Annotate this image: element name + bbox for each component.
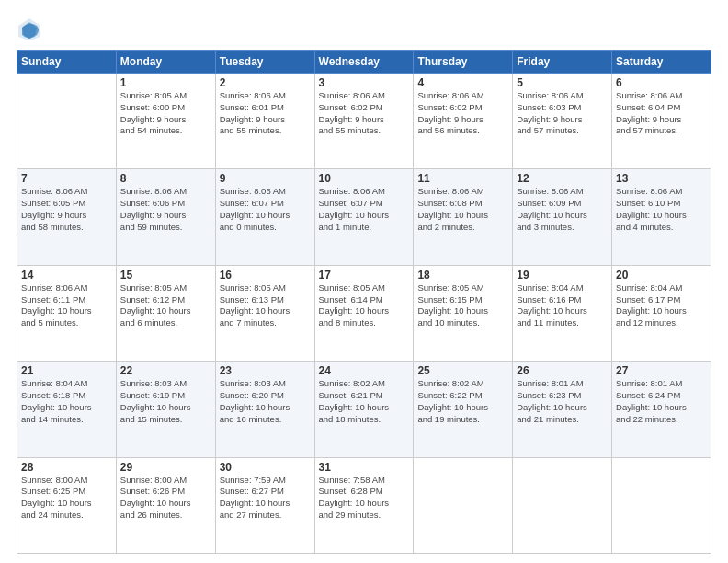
calendar-cell: 26Sunrise: 8:01 AM Sunset: 6:23 PM Dayli… [513,362,612,457]
day-info: Sunrise: 8:06 AM Sunset: 6:07 PM Dayligh… [220,186,311,233]
day-info: Sunrise: 8:03 AM Sunset: 6:19 PM Dayligh… [120,378,211,425]
calendar-cell: 15Sunrise: 8:05 AM Sunset: 6:12 PM Dayli… [116,265,215,361]
calendar-cell: 20Sunrise: 8:04 AM Sunset: 6:17 PM Dayli… [612,265,711,361]
weekday-saturday: Saturday [612,51,711,74]
calendar-cell: 14Sunrise: 8:06 AM Sunset: 6:11 PM Dayli… [17,265,117,361]
day-number: 18 [417,269,508,282]
calendar-cell: 2Sunrise: 8:06 AM Sunset: 6:01 PM Daylig… [215,74,314,169]
calendar-cell: 8Sunrise: 8:06 AM Sunset: 6:06 PM Daylig… [116,169,215,265]
day-number: 27 [616,364,707,377]
calendar-cell: 30Sunrise: 7:59 AM Sunset: 6:27 PM Dayli… [215,457,314,553]
day-number: 30 [220,461,311,474]
day-info: Sunrise: 8:01 AM Sunset: 6:24 PM Dayligh… [616,378,707,425]
calendar-cell: 4Sunrise: 8:06 AM Sunset: 6:02 PM Daylig… [414,74,513,169]
week-row-3: 14Sunrise: 8:06 AM Sunset: 6:11 PM Dayli… [17,265,711,361]
calendar-cell: 22Sunrise: 8:03 AM Sunset: 6:19 PM Dayli… [116,362,215,457]
calendar-cell: 6Sunrise: 8:06 AM Sunset: 6:04 PM Daylig… [612,74,711,169]
calendar-cell: 18Sunrise: 8:05 AM Sunset: 6:15 PM Dayli… [414,265,513,361]
calendar-cell: 10Sunrise: 8:06 AM Sunset: 6:07 PM Dayli… [314,169,414,265]
weekday-wednesday: Wednesday [314,51,414,74]
day-number: 19 [517,269,608,282]
day-number: 24 [319,364,410,377]
day-info: Sunrise: 8:04 AM Sunset: 6:17 PM Dayligh… [616,282,707,329]
day-info: Sunrise: 8:06 AM Sunset: 6:01 PM Dayligh… [220,90,311,137]
day-info: Sunrise: 8:04 AM Sunset: 6:18 PM Dayligh… [21,378,112,425]
week-row-4: 21Sunrise: 8:04 AM Sunset: 6:18 PM Dayli… [17,362,711,457]
calendar-cell: 31Sunrise: 7:58 AM Sunset: 6:28 PM Dayli… [314,457,414,553]
weekday-monday: Monday [116,51,215,74]
day-info: Sunrise: 8:06 AM Sunset: 6:07 PM Dayligh… [319,186,410,233]
calendar-cell [513,457,612,553]
day-info: Sunrise: 8:06 AM Sunset: 6:04 PM Dayligh… [616,90,707,137]
calendar-cell: 21Sunrise: 8:04 AM Sunset: 6:18 PM Dayli… [17,362,117,457]
day-number: 21 [21,364,112,377]
day-number: 29 [120,461,211,474]
calendar: SundayMondayTuesdayWednesdayThursdayFrid… [17,50,711,554]
calendar-cell: 17Sunrise: 8:05 AM Sunset: 6:14 PM Dayli… [314,265,414,361]
day-number: 11 [417,172,508,185]
weekday-header-row: SundayMondayTuesdayWednesdayThursdayFrid… [17,51,711,74]
weekday-thursday: Thursday [414,51,513,74]
day-info: Sunrise: 8:05 AM Sunset: 6:15 PM Dayligh… [417,282,508,329]
day-info: Sunrise: 8:06 AM Sunset: 6:11 PM Dayligh… [21,282,112,329]
day-number: 2 [220,76,311,89]
day-number: 31 [319,461,410,474]
day-number: 17 [319,269,410,282]
day-info: Sunrise: 8:04 AM Sunset: 6:16 PM Dayligh… [517,282,608,329]
day-info: Sunrise: 8:06 AM Sunset: 6:02 PM Dayligh… [417,90,508,137]
day-number: 6 [616,76,707,89]
week-row-2: 7Sunrise: 8:06 AM Sunset: 6:05 PM Daylig… [17,169,711,265]
calendar-cell: 11Sunrise: 8:06 AM Sunset: 6:08 PM Dayli… [414,169,513,265]
day-info: Sunrise: 8:06 AM Sunset: 6:09 PM Dayligh… [517,186,608,233]
calendar-cell: 5Sunrise: 8:06 AM Sunset: 6:03 PM Daylig… [513,74,612,169]
day-number: 28 [21,461,112,474]
day-info: Sunrise: 8:05 AM Sunset: 6:00 PM Dayligh… [120,90,211,137]
day-info: Sunrise: 8:01 AM Sunset: 6:23 PM Dayligh… [517,378,608,425]
calendar-cell [17,74,117,169]
day-number: 5 [517,76,608,89]
day-info: Sunrise: 8:05 AM Sunset: 6:12 PM Dayligh… [120,282,211,329]
day-info: Sunrise: 8:00 AM Sunset: 6:26 PM Dayligh… [120,475,211,522]
calendar-cell: 27Sunrise: 8:01 AM Sunset: 6:24 PM Dayli… [612,362,711,457]
weekday-sunday: Sunday [17,51,117,74]
day-info: Sunrise: 8:02 AM Sunset: 6:21 PM Dayligh… [319,378,410,425]
day-number: 8 [120,172,211,185]
day-info: Sunrise: 8:06 AM Sunset: 6:05 PM Dayligh… [21,186,112,233]
day-number: 1 [120,76,211,89]
day-info: Sunrise: 8:05 AM Sunset: 6:14 PM Dayligh… [319,282,410,329]
day-info: Sunrise: 8:06 AM Sunset: 6:06 PM Dayligh… [120,186,211,233]
day-number: 3 [319,76,410,89]
day-number: 16 [220,269,311,282]
calendar-cell: 29Sunrise: 8:00 AM Sunset: 6:26 PM Dayli… [116,457,215,553]
day-info: Sunrise: 8:06 AM Sunset: 6:08 PM Dayligh… [417,186,508,233]
day-number: 13 [616,172,707,185]
day-number: 23 [220,364,311,377]
calendar-cell: 19Sunrise: 8:04 AM Sunset: 6:16 PM Dayli… [513,265,612,361]
day-number: 25 [417,364,508,377]
day-info: Sunrise: 8:06 AM Sunset: 6:03 PM Dayligh… [517,90,608,137]
calendar-cell [414,457,513,553]
day-number: 7 [21,172,112,185]
day-number: 15 [120,269,211,282]
day-number: 20 [616,269,707,282]
day-number: 4 [417,76,508,89]
logo-icon [17,17,42,42]
calendar-cell: 3Sunrise: 8:06 AM Sunset: 6:02 PM Daylig… [314,74,414,169]
day-info: Sunrise: 8:06 AM Sunset: 6:10 PM Dayligh… [616,186,707,233]
calendar-cell: 1Sunrise: 8:05 AM Sunset: 6:00 PM Daylig… [116,74,215,169]
calendar-cell: 13Sunrise: 8:06 AM Sunset: 6:10 PM Dayli… [612,169,711,265]
day-info: Sunrise: 8:03 AM Sunset: 6:20 PM Dayligh… [220,378,311,425]
week-row-1: 1Sunrise: 8:05 AM Sunset: 6:00 PM Daylig… [17,74,711,169]
day-number: 9 [220,172,311,185]
day-number: 10 [319,172,410,185]
day-info: Sunrise: 7:58 AM Sunset: 6:28 PM Dayligh… [319,475,410,522]
calendar-cell: 24Sunrise: 8:02 AM Sunset: 6:21 PM Dayli… [314,362,414,457]
calendar-cell: 7Sunrise: 8:06 AM Sunset: 6:05 PM Daylig… [17,169,117,265]
day-number: 14 [21,269,112,282]
page: SundayMondayTuesdayWednesdayThursdayFrid… [0,0,728,563]
week-row-5: 28Sunrise: 8:00 AM Sunset: 6:25 PM Dayli… [17,457,711,553]
day-number: 12 [517,172,608,185]
calendar-cell: 12Sunrise: 8:06 AM Sunset: 6:09 PM Dayli… [513,169,612,265]
calendar-cell [612,457,711,553]
day-number: 22 [120,364,211,377]
